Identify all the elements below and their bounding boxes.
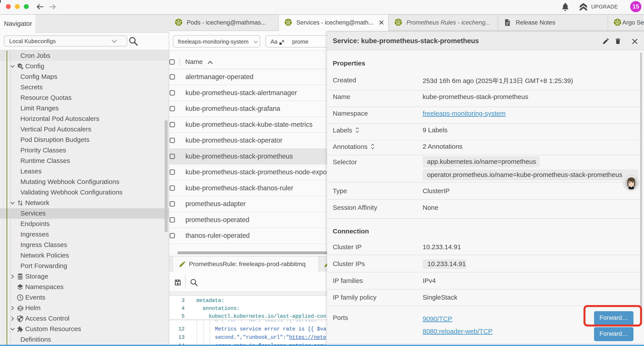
svg-text:HELM: HELM [18,308,22,309]
